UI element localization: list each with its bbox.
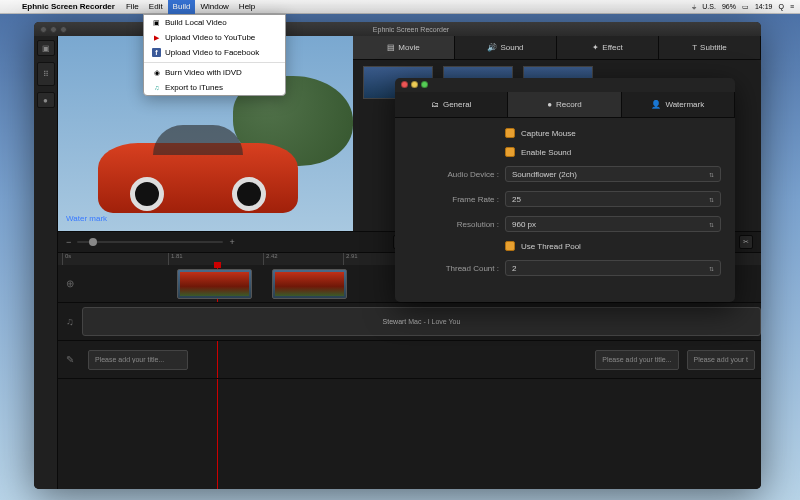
left-toolbar: ▣ ⠿ ● (34, 36, 58, 489)
video-icon: ▣ (152, 18, 161, 27)
dd-build-local[interactable]: ▣Build Local Video (144, 15, 285, 30)
video-clip[interactable] (177, 269, 252, 299)
mic-tool[interactable]: ● (37, 92, 55, 108)
battery-label[interactable]: 96% (722, 3, 736, 10)
audio-clip[interactable]: Stewart Mac - I Love You (82, 307, 761, 336)
battery-icon: ▭ (742, 3, 749, 11)
video-clip[interactable] (272, 269, 347, 299)
title-track-icon[interactable]: ✎ (58, 341, 82, 379)
audio-device-label: Audio Device : (409, 170, 499, 179)
settings-tool[interactable]: ⠿ (37, 62, 55, 86)
itunes-icon: ♫ (152, 83, 161, 92)
zoom-slider[interactable] (77, 241, 223, 243)
dd-export-itunes[interactable]: ♫Export to iTunes (144, 80, 285, 95)
settings-popup: 🗂General ●Record 👤Watermark Capture Mous… (395, 78, 735, 302)
effect-icon: ✦ (592, 43, 599, 52)
audio-track[interactable]: Stewart Mac - I Love You (82, 303, 761, 341)
menu-window[interactable]: Window (195, 0, 233, 14)
chevron-updown-icon: ⇅ (709, 171, 714, 178)
dd-burn-idvd[interactable]: ◉Burn Video with iDVD (144, 65, 285, 80)
menu-file[interactable]: File (121, 0, 144, 14)
clock[interactable]: 14:19 (755, 3, 773, 10)
app-name[interactable]: Ephnic Screen Recorder (22, 2, 115, 11)
menu-help[interactable]: Help (234, 0, 260, 14)
subtitle-icon: T (692, 43, 697, 52)
resolution-label: Resolution : (409, 220, 499, 229)
resolution-combo[interactable]: 960 px⇅ (505, 216, 721, 232)
tab-subtitle[interactable]: TSubtitle (659, 36, 761, 59)
watermark-text: Water mark (66, 214, 107, 223)
watermark-icon: 👤 (651, 100, 661, 109)
settings-tab-watermark[interactable]: 👤Watermark (622, 92, 735, 117)
status-area: ⏚ U.S. 96% ▭ 14:19 Q ≡ (692, 3, 794, 11)
tab-movie[interactable]: ▤Movie (353, 36, 455, 59)
capture-mouse-checkbox[interactable] (505, 128, 515, 138)
build-dropdown: ▣Build Local Video ▶Upload Video to YouT… (143, 14, 286, 96)
audio-device-combo[interactable]: Soundflower (2ch)⇅ (505, 166, 721, 182)
dd-separator (144, 62, 285, 63)
chevron-updown-icon: ⇅ (709, 196, 714, 203)
chevron-updown-icon: ⇅ (709, 221, 714, 228)
frame-rate-combo[interactable]: 25⇅ (505, 191, 721, 207)
dd-upload-youtube[interactable]: ▶Upload Video to YouTube (144, 30, 285, 45)
notification-icon[interactable]: ≡ (790, 3, 794, 10)
use-thread-pool-checkbox[interactable] (505, 241, 515, 251)
menu-build[interactable]: Build (168, 0, 196, 14)
chevron-updown-icon: ⇅ (709, 265, 714, 272)
facebook-icon: f (152, 48, 161, 57)
dd-upload-facebook[interactable]: fUpload Video to Facebook (144, 45, 285, 60)
record-icon: ● (547, 100, 552, 109)
popup-traffic-lights[interactable] (401, 81, 431, 90)
flag-label[interactable]: U.S. (702, 3, 716, 10)
settings-tab-general[interactable]: 🗂General (395, 92, 508, 117)
capture-mouse-label: Capture Mouse (521, 129, 576, 138)
spotlight-icon[interactable]: Q (778, 3, 783, 10)
title-track[interactable]: Please add your title... Please add your… (82, 341, 761, 379)
enable-sound-label: Enable Sound (521, 148, 571, 157)
enable-sound-checkbox[interactable] (505, 147, 515, 157)
dvd-icon: ◉ (152, 68, 161, 77)
use-thread-pool-label: Use Thread Pool (521, 242, 581, 251)
title-placeholder[interactable]: Please add your title... (595, 350, 678, 370)
movie-icon: ▤ (387, 43, 395, 52)
zoom-out[interactable]: − (66, 237, 71, 247)
general-icon: 🗂 (431, 100, 439, 109)
thread-count-label: Thread Count : (409, 264, 499, 273)
tab-sound[interactable]: 🔊Sound (455, 36, 557, 59)
wifi-icon[interactable]: ⏚ (692, 3, 696, 10)
menubar: Ephnic Screen Recorder File Edit Build W… (0, 0, 800, 14)
camera-tool[interactable]: ▣ (37, 40, 55, 56)
menu-edit[interactable]: Edit (144, 0, 168, 14)
traffic-lights[interactable] (40, 26, 67, 33)
youtube-icon: ▶ (152, 33, 161, 42)
settings-tab-record[interactable]: ●Record (508, 92, 621, 117)
thread-count-combo[interactable]: 2⇅ (505, 260, 721, 276)
title-placeholder[interactable]: Please add your t (687, 350, 755, 370)
audio-track-icon[interactable]: ♫ (58, 303, 82, 341)
title-placeholder[interactable]: Please add your title... (88, 350, 188, 370)
tab-effect[interactable]: ✦Effect (557, 36, 659, 59)
video-track-icon[interactable]: ⊕ (58, 265, 82, 303)
sound-icon: 🔊 (487, 43, 497, 52)
zoom-in[interactable]: + (229, 237, 234, 247)
frame-rate-label: Frame Rate : (409, 195, 499, 204)
cut-button[interactable]: ✂ (739, 235, 753, 249)
